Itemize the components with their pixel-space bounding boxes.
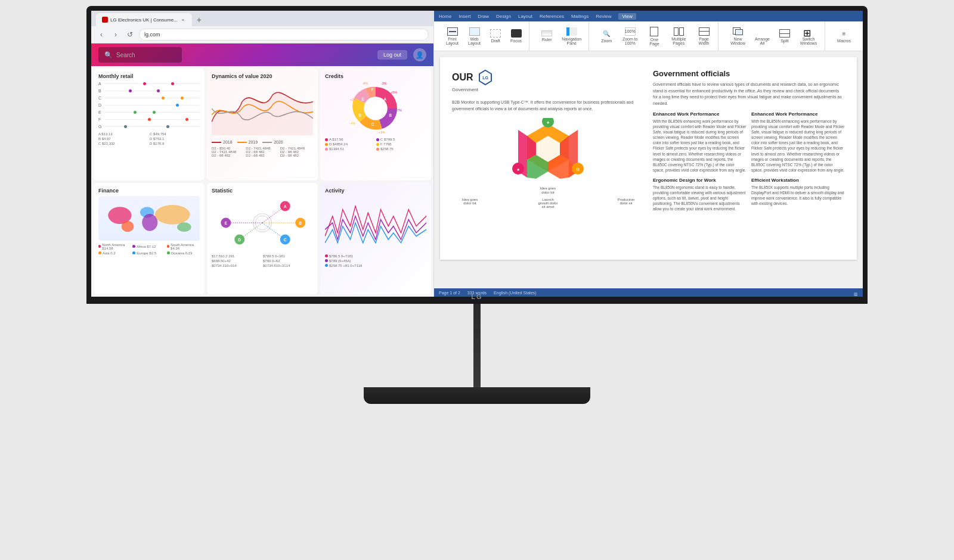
chart-row-g: G — [98, 125, 200, 129]
svg-text:-4%: -4% — [350, 122, 356, 125]
svg-point-15 — [122, 220, 134, 231]
browser-toolbar: ‹ › ↺ lg.com — [91, 26, 433, 43]
focus-label: Focus — [510, 39, 522, 43]
status-page-info: Page 1 of 2 — [439, 291, 460, 295]
user-avatar: 👤 — [413, 48, 426, 61]
back-button[interactable]: ‹ — [96, 29, 107, 40]
svg-text:B: B — [299, 221, 302, 225]
statistic-title: Statistic — [212, 188, 313, 194]
dot-g2 — [166, 125, 169, 128]
browser-tabs: LG Electronics UK | Consume... × + — [91, 11, 433, 26]
section1-title-r: Enhanced Work Performance — [751, 111, 845, 117]
dot-c2 — [181, 97, 184, 99]
address-bar[interactable]: lg.com — [139, 29, 429, 41]
pie-legend: A $17.56 C $799.5 D $4854.24 — [325, 138, 426, 151]
statistic-card: Statistic A — [207, 183, 318, 295]
svg-text:★: ★ — [516, 167, 520, 172]
svg-text:C: C — [371, 122, 374, 126]
arrange-all-label: Arrange All — [755, 37, 770, 45]
chart-row-f: F — [98, 117, 200, 122]
svg-text:D: D — [238, 238, 241, 242]
draft-btn[interactable]: Draft — [487, 27, 504, 45]
word-ribbon-tabs: Home Insert Draw Design Layout Reference… — [434, 11, 863, 21]
new-window-btn[interactable]: New Window — [727, 25, 749, 48]
page-width-btn[interactable]: Page Width — [693, 25, 714, 48]
new-tab-button[interactable]: + — [194, 15, 204, 24]
switch-windows-btn[interactable]: ⊞ Switch Windows — [796, 25, 821, 48]
macros-btn[interactable]: ≡ Macros — [834, 27, 854, 45]
activity-chart — [325, 196, 426, 250]
zoom-btn[interactable]: 🔍 Zoom — [597, 27, 615, 45]
svg-point-18 — [155, 204, 190, 224]
svg-text:+2%: +2% — [350, 98, 357, 101]
ruler-label: Ruler — [542, 38, 552, 42]
forward-button[interactable]: › — [110, 29, 121, 40]
zoom-icon: 🔍 — [601, 29, 612, 38]
credits-title: Credits — [325, 73, 426, 79]
web-layout-btn[interactable]: Web Layout — [464, 25, 484, 48]
svg-text:D: D — [358, 113, 361, 117]
chart-row-a: A — [98, 82, 200, 86]
ribbon-references[interactable]: References — [540, 14, 564, 19]
hex-graphic-container: ★ ⚙ ★ Idea goes dolor bit — [452, 118, 644, 195]
svg-text:⚙: ⚙ — [576, 167, 580, 172]
finance-title: Finance — [98, 188, 200, 194]
multiple-pages-icon — [674, 27, 684, 36]
dot-d1 — [176, 104, 179, 107]
chart-row-b: B — [98, 89, 200, 93]
ribbon-home[interactable]: Home — [439, 14, 451, 19]
tab-close-button[interactable]: × — [180, 17, 186, 23]
print-layout-btn[interactable]: Print Layout — [442, 25, 462, 48]
legend-2020: 2020 — [262, 140, 283, 144]
ribbon-insert[interactable]: Insert — [459, 14, 470, 19]
chart-row-e: E — [98, 110, 200, 114]
logout-button[interactable]: Log out — [377, 50, 407, 60]
word-toolbar: Print Layout Web Layout Draft Focus — [434, 21, 863, 51]
multiple-pages-label: Multiple Pages — [670, 37, 687, 45]
macros-icon: ≡ — [839, 29, 850, 38]
page-width-icon — [699, 27, 710, 36]
one-page-btn[interactable]: One Page — [645, 24, 664, 48]
new-window-label: New Window — [730, 37, 745, 45]
arrange-all-btn[interactable]: Arrange All — [751, 25, 773, 48]
svg-text:B: B — [389, 113, 392, 117]
search-bar[interactable]: 🔍 Search — [98, 47, 182, 63]
dot-a1 — [143, 82, 146, 85]
section-enhanced-work-2: Enhanced Work Performance With the BL850… — [751, 111, 845, 173]
search-placeholder: Search — [116, 52, 135, 58]
split-btn[interactable]: Split — [776, 27, 794, 45]
svg-text:+5%: +5% — [391, 91, 397, 94]
ribbon-design[interactable]: Design — [496, 14, 511, 19]
ribbon-view[interactable]: View — [618, 13, 636, 20]
dashboard-grid: Monthly retail A B — [91, 66, 433, 297]
doc-right: Government officials Government official… — [653, 69, 845, 211]
ribbon-review[interactable]: Review — [596, 14, 611, 19]
dot-a2 — [171, 82, 174, 85]
node-label-production: Productiondolor sit — [608, 198, 644, 209]
nav-pane-btn[interactable]: Navigation Pane — [558, 25, 585, 48]
ribbon-draw[interactable]: Draw — [478, 14, 489, 19]
multiple-pages-btn[interactable]: Multiple Pages — [667, 25, 691, 48]
switch-windows-label: Switch Windows — [800, 37, 817, 45]
svg-text:dolor bit: dolor bit — [541, 191, 555, 194]
svg-text:+1%: +1% — [379, 130, 385, 134]
tab-title: LG Electronics UK | Consume... — [110, 17, 178, 23]
browser-chrome: LG Electronics UK | Consume... × + ‹ › ↺… — [91, 11, 433, 43]
section1-body-r: With the BL850N enhancing work performan… — [751, 119, 845, 173]
chart-row-d: D — [98, 103, 200, 107]
doc-logo-svg: LG — [477, 69, 494, 86]
zoom-100-btn[interactable]: 100% Zoom to 100% — [618, 25, 642, 48]
focus-btn[interactable]: Focus — [507, 27, 525, 45]
doc-main-title: OUR — [452, 72, 473, 83]
focus-icon — [511, 29, 522, 38]
search-icon: 🔍 — [104, 51, 113, 59]
monthly-retail-card: Monthly retail A B — [94, 69, 205, 181]
dynamics-card: Dynamics of value 2020 — [207, 69, 318, 181]
print-layout-icon — [447, 27, 458, 36]
ribbon-layout[interactable]: Layout — [518, 14, 532, 19]
ruler-btn[interactable]: Ruler — [538, 28, 556, 44]
zoom-100-label: Zoom to 100% — [621, 37, 639, 45]
browser-tab-active[interactable]: LG Electronics UK | Consume... × — [96, 13, 192, 26]
refresh-button[interactable]: ↺ — [125, 29, 135, 40]
ribbon-mailings[interactable]: Mailings — [571, 14, 588, 19]
